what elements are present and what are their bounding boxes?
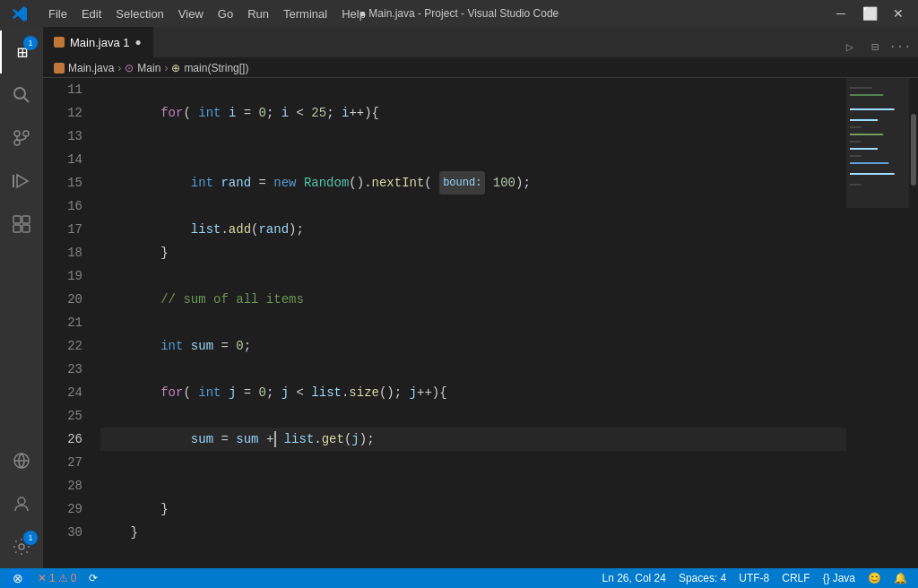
breadcrumb-sep-1: › bbox=[117, 62, 121, 74]
breadcrumb: Main.java › ⊙ Main › ⊕ main(String[]) bbox=[43, 58, 918, 78]
line-num-24: 24 bbox=[43, 381, 90, 404]
code-line-16 bbox=[100, 195, 846, 218]
editor-area: Main.java 1 ● ▷ ⊟ ··· Main.java › ⊙ Main… bbox=[43, 27, 918, 568]
status-sync[interactable]: ⟳ bbox=[83, 568, 103, 588]
scrollbar-thumb[interactable] bbox=[911, 114, 916, 186]
line-num-18: 18 bbox=[43, 241, 90, 264]
breadcrumb-class[interactable]: ⊙ Main bbox=[125, 62, 160, 74]
menu-run[interactable]: Run bbox=[242, 5, 274, 22]
code-line-13 bbox=[100, 125, 846, 148]
code-line-21 bbox=[100, 311, 846, 334]
maximize-button[interactable]: ⬜ bbox=[857, 4, 882, 23]
activity-remote-icon[interactable] bbox=[0, 439, 43, 482]
code-line-19 bbox=[100, 264, 846, 288]
svg-point-12 bbox=[18, 497, 25, 505]
code-line-25 bbox=[100, 404, 846, 428]
activity-source-control-icon[interactable] bbox=[0, 117, 43, 160]
menu-terminal[interactable]: Terminal bbox=[278, 5, 333, 22]
more-actions-button[interactable]: ··· bbox=[889, 36, 911, 57]
menu-selection[interactable]: Selection bbox=[110, 5, 169, 22]
warning-count: 0 bbox=[71, 572, 77, 584]
status-right: Ln 26, Col 24 Spaces: 4 UTF-8 CRLF {} Ja… bbox=[592, 568, 918, 588]
line-num-23: 23 bbox=[43, 358, 90, 381]
status-feedback[interactable]: 😊 bbox=[862, 568, 887, 588]
menu-edit[interactable]: Edit bbox=[76, 5, 107, 22]
line-num-22: 22 bbox=[43, 334, 90, 358]
line-num-15: 15 bbox=[43, 171, 90, 195]
activity-run-icon[interactable] bbox=[0, 160, 43, 203]
svg-rect-10 bbox=[13, 225, 21, 232]
encoding-text: UTF-8 bbox=[739, 572, 769, 584]
breadcrumb-file[interactable]: Main.java bbox=[54, 62, 114, 74]
menu-go[interactable]: Go bbox=[212, 5, 238, 22]
svg-point-13 bbox=[19, 544, 24, 549]
svg-point-2 bbox=[14, 131, 20, 136]
status-errors[interactable]: ✕ 1 ⚠ 0 bbox=[32, 568, 82, 588]
menu-file[interactable]: File bbox=[43, 5, 73, 22]
line-num-30: 30 bbox=[43, 521, 90, 544]
sync-icon: ⟳ bbox=[89, 572, 98, 584]
line-num-12: 12 bbox=[43, 101, 90, 125]
status-bar: ⊗ ✕ 1 ⚠ 0 ⟳ Ln 26, Col 24 Spaces: 4 UTF-… bbox=[0, 568, 918, 588]
line-ending-text: CRLF bbox=[782, 572, 810, 584]
svg-rect-8 bbox=[13, 216, 21, 223]
activity-account-icon[interactable] bbox=[0, 482, 43, 525]
remote-icon: ⊗ bbox=[13, 571, 23, 585]
line-num-25: 25 bbox=[43, 404, 90, 428]
minimap-canvas bbox=[846, 78, 909, 568]
line-num-27: 27 bbox=[43, 451, 90, 474]
line-num-16: 16 bbox=[43, 195, 90, 218]
scrollbar[interactable] bbox=[909, 78, 918, 568]
code-line-26: 💡 sum = sum + list.get(j); bbox=[100, 428, 846, 451]
breadcrumb-method[interactable]: ⊕ main(String[]) bbox=[171, 62, 248, 74]
status-notifications[interactable]: 🔔 bbox=[888, 568, 913, 588]
code-editor[interactable]: 11 12 13 14 15 16 17 18 19 20 21 22 23 2… bbox=[43, 78, 918, 568]
title-bar-left: File Edit Selection View Go Run Terminal… bbox=[7, 4, 371, 22]
window-title: ● Main.java - Project - Visual Studio Co… bbox=[359, 7, 559, 20]
cursor-position-text: Ln 26, Col 24 bbox=[602, 572, 666, 584]
menu-view[interactable]: View bbox=[173, 5, 209, 22]
split-editor-button[interactable]: ⊟ bbox=[864, 36, 886, 57]
activity-extensions-icon[interactable] bbox=[0, 203, 43, 246]
lightbulb-icon[interactable]: 💡 bbox=[97, 428, 98, 451]
feedback-icon: 😊 bbox=[868, 572, 881, 584]
svg-rect-9 bbox=[22, 216, 30, 223]
warning-icon: ⚠ bbox=[58, 572, 68, 584]
line-num-11: 11 bbox=[43, 78, 90, 101]
title-bar: File Edit Selection View Go Run Terminal… bbox=[0, 0, 918, 27]
line-num-17: 17 bbox=[43, 218, 90, 241]
java-file-icon bbox=[54, 37, 65, 48]
status-language[interactable]: {} Java bbox=[818, 568, 861, 588]
status-remote-button[interactable]: ⊗ bbox=[5, 568, 30, 588]
svg-line-1 bbox=[23, 97, 29, 102]
activity-search-icon[interactable] bbox=[0, 74, 43, 117]
run-button[interactable]: ▷ bbox=[839, 36, 861, 57]
tab-label: Main.java 1 bbox=[70, 36, 129, 49]
line-num-21: 21 bbox=[43, 311, 90, 334]
code-line-15: int rand = new Random().nextInt( bound: … bbox=[100, 171, 846, 195]
activity-bar-bottom: 1 bbox=[0, 439, 43, 568]
breadcrumb-sep-2: › bbox=[164, 62, 168, 74]
activity-explorer-icon[interactable]: ⊞ 1 bbox=[0, 30, 43, 74]
svg-point-4 bbox=[14, 140, 20, 145]
svg-rect-11 bbox=[22, 225, 30, 232]
status-line-ending[interactable]: CRLF bbox=[776, 568, 815, 588]
line-num-20: 20 bbox=[43, 288, 90, 311]
code-line-23 bbox=[100, 358, 846, 381]
status-cursor-position[interactable]: Ln 26, Col 24 bbox=[597, 568, 671, 588]
minimize-button[interactable]: ─ bbox=[828, 4, 853, 23]
code-line-28 bbox=[100, 474, 846, 497]
code-line-14 bbox=[100, 148, 846, 171]
code-line-27 bbox=[100, 451, 846, 474]
close-button[interactable]: ✕ bbox=[886, 4, 911, 23]
status-spaces[interactable]: Spaces: 4 bbox=[673, 568, 732, 588]
status-encoding[interactable]: UTF-8 bbox=[733, 568, 775, 588]
language-text: {} Java bbox=[823, 572, 855, 584]
code-content[interactable]: for( int i = 0; i < 25; i++){ int rand =… bbox=[97, 78, 846, 568]
svg-point-3 bbox=[23, 131, 29, 136]
error-count: 1 bbox=[49, 572, 56, 584]
tab-main-java[interactable]: Main.java 1 ● bbox=[43, 27, 153, 57]
activity-settings-icon[interactable]: 1 bbox=[0, 525, 43, 568]
code-line-22: int sum = 0; bbox=[100, 334, 846, 358]
minimap bbox=[846, 78, 909, 568]
